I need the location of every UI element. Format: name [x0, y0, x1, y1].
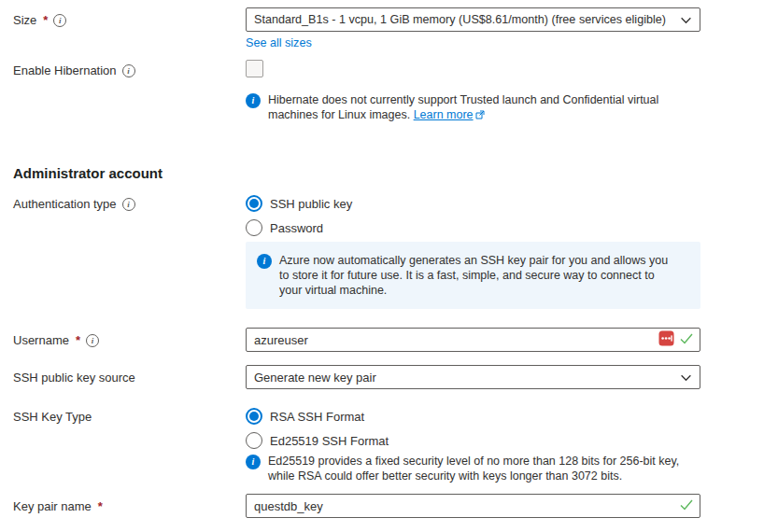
info-tooltip-icon[interactable]: i [53, 14, 66, 27]
hibernation-checkbox[interactable] [246, 60, 263, 77]
key-type-label-cell: SSH Key Type [13, 404, 246, 424]
radio-ssh-public-key[interactable]: SSH public key [246, 194, 700, 213]
radio-password[interactable]: Password [246, 218, 700, 237]
valid-check-icon [680, 499, 693, 513]
auth-type-radio-group: SSH public key Password [246, 191, 700, 237]
ssh-infobox-text: Azure now automatically generates an SSH… [279, 253, 674, 298]
ssh-infobox: i Azure now automatically generates an S… [246, 242, 700, 309]
key-source-select-value: Generate new key pair [254, 371, 376, 385]
key-pair-name-label: Key pair name [13, 499, 92, 513]
key-source-label: SSH public key source [13, 371, 135, 385]
password-manager-icon[interactable] [658, 330, 674, 349]
size-label-cell: Size* i [13, 7, 246, 27]
chevron-down-icon [680, 14, 692, 26]
key-type-note: i Ed25519 provides a fixed security leve… [246, 454, 700, 483]
key-pair-name-row: Key pair name* [13, 494, 778, 518]
username-row: Username* i [13, 328, 778, 352]
hibernation-note: i Hibernate does not currently support T… [246, 92, 700, 123]
ssh-infobox-row: i Azure now automatically generates an S… [13, 242, 778, 309]
see-all-sizes-link[interactable]: See all sizes [246, 36, 312, 49]
username-label-cell: Username* i [13, 328, 246, 347]
key-type-label: SSH Key Type [13, 410, 92, 424]
key-type-note-text: Ed25519 provides a fixed security level … [268, 454, 690, 483]
username-label: Username [13, 333, 69, 347]
size-select-value: Standard_B1s - 1 vcpu, 1 GiB memory (US$… [254, 13, 666, 26]
valid-check-icon [680, 333, 693, 347]
size-select[interactable]: Standard_B1s - 1 vcpu, 1 GiB memory (US$… [246, 7, 700, 32]
key-pair-name-input[interactable] [246, 494, 700, 518]
info-icon: i [257, 254, 272, 269]
radio-label: RSA SSH Format [270, 410, 364, 424]
key-type-row: SSH Key Type RSA SSH Format Ed25519 SSH … [13, 404, 778, 450]
info-tooltip-icon[interactable]: i [86, 334, 99, 347]
auth-type-row: Authentication type i SSH public key Pas… [13, 191, 778, 237]
info-tooltip-icon[interactable]: i [122, 64, 135, 77]
key-source-select[interactable]: Generate new key pair [246, 365, 700, 389]
hibernation-note-row: i Hibernate does not currently support T… [13, 92, 778, 123]
radio-label: Ed25519 SSH Format [270, 434, 389, 448]
chevron-down-icon [680, 371, 692, 384]
key-pair-name-label-cell: Key pair name* [13, 494, 246, 513]
radio-button-selected[interactable] [246, 408, 262, 425]
radio-rsa-ssh-format[interactable]: RSA SSH Format [246, 407, 700, 426]
key-source-label-cell: SSH public key source [13, 365, 246, 385]
hibernation-label: Enable Hibernation [13, 63, 117, 77]
required-marker: * [97, 499, 103, 513]
auth-type-label-cell: Authentication type i [13, 191, 246, 211]
auth-type-label: Authentication type [13, 197, 117, 211]
info-icon: i [246, 455, 261, 469]
username-input[interactable] [246, 328, 700, 352]
info-icon: i [246, 93, 261, 108]
learn-more-link[interactable]: Learn more [414, 108, 474, 121]
required-marker: * [42, 13, 48, 27]
radio-button[interactable] [246, 432, 262, 449]
admin-account-section-title: Administrator account [13, 165, 778, 181]
size-row: Size* i Standard_B1s - 1 vcpu, 1 GiB mem… [13, 7, 778, 49]
hibernation-row: Enable Hibernation i [13, 58, 778, 77]
radio-button-selected[interactable] [246, 195, 262, 212]
key-type-radio-group: RSA SSH Format Ed25519 SSH Format [246, 404, 700, 450]
key-type-note-row: i Ed25519 provides a fixed security leve… [13, 454, 778, 483]
vm-create-form: Size* i Standard_B1s - 1 vcpu, 1 GiB mem… [0, 0, 778, 518]
radio-label: Password [270, 221, 323, 235]
hibernation-label-cell: Enable Hibernation i [13, 58, 246, 77]
radio-button[interactable] [246, 219, 262, 236]
size-label: Size [13, 13, 36, 27]
info-tooltip-icon[interactable]: i [122, 198, 135, 211]
radio-label: SSH public key [270, 197, 352, 211]
radio-ed25519-ssh-format[interactable]: Ed25519 SSH Format [246, 431, 700, 450]
external-link-icon [475, 108, 485, 123]
key-source-row: SSH public key source Generate new key p… [13, 365, 778, 389]
required-marker: * [75, 333, 80, 347]
